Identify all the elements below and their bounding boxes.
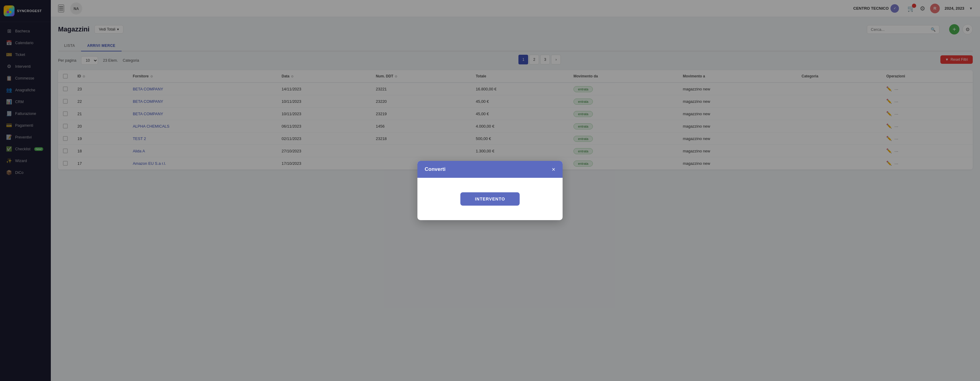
modal-title: Converti (425, 166, 445, 172)
modal-overlay[interactable]: Converti × INTERVENTO (0, 0, 980, 381)
modal-body: INTERVENTO (417, 178, 563, 220)
modal-header: Converti × (417, 161, 563, 178)
intervento-button[interactable]: INTERVENTO (460, 192, 520, 206)
modal-close-button[interactable]: × (552, 166, 555, 172)
converti-modal: Converti × INTERVENTO (417, 161, 563, 220)
